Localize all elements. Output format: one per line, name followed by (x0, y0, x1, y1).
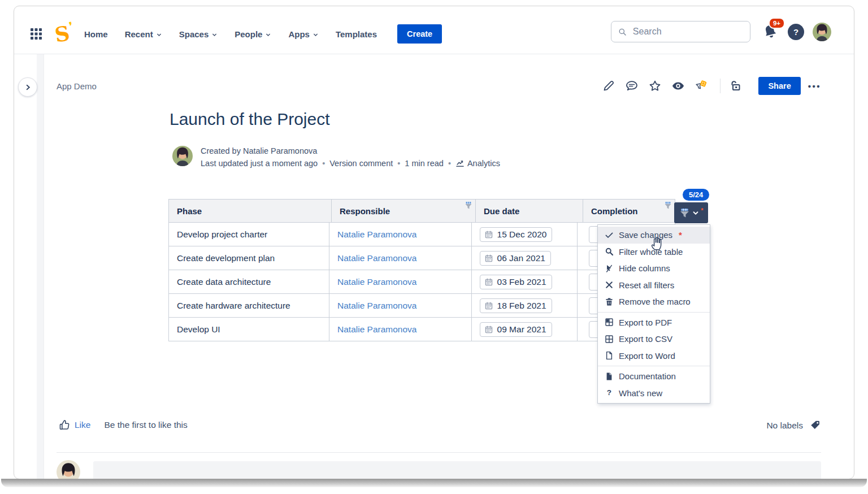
comment-icon[interactable] (625, 79, 639, 93)
column-header-label: Phase (177, 206, 202, 216)
phase-cell[interactable]: Develop UI (169, 318, 329, 341)
table-filter-app-icon[interactable] (695, 79, 708, 93)
menu-item-export-to-csv[interactable]: Export to CSV (598, 331, 710, 348)
menu-separator (598, 366, 710, 366)
nav-item-people[interactable]: People (235, 29, 271, 39)
create-button[interactable]: Create (397, 24, 442, 44)
column-filter-icon[interactable] (664, 201, 672, 210)
column-header-completion[interactable]: Completion (583, 200, 675, 222)
labels-row: No labels (766, 419, 821, 431)
like-button[interactable]: Like (75, 420, 90, 430)
nav-item-home[interactable]: Home (84, 29, 108, 39)
toolbar-divider (720, 79, 721, 93)
table-header-row: Phase Responsible Due date Completion (168, 199, 675, 223)
version-comment[interactable]: Version comment (329, 159, 393, 168)
nav-items: Home Recent Spaces People Apps Templates (84, 29, 377, 39)
phase-cell[interactable]: Create development plan (169, 246, 329, 270)
help-button[interactable]: ? (788, 24, 804, 40)
user-link[interactable]: Natalie Paramonova (337, 324, 416, 335)
avatar-image (813, 23, 831, 41)
menu-item-save-changes[interactable]: Save changes * (598, 227, 710, 244)
export-csv-icon (605, 335, 614, 344)
favourite-star-icon[interactable] (648, 79, 662, 93)
search-box[interactable] (611, 21, 750, 42)
unsaved-indicator: * (701, 207, 703, 214)
comment-input[interactable] (93, 461, 821, 479)
user-avatar[interactable] (813, 23, 831, 41)
menu-item-filter-whole-table[interactable]: Filter whole table (598, 244, 710, 261)
more-actions-button[interactable]: ••• (808, 81, 821, 91)
responsible-cell: Natalie Paramonova (329, 246, 471, 270)
thumbs-up-icon[interactable] (58, 419, 71, 431)
menu-item-hide-columns[interactable]: Hide columns (598, 260, 710, 277)
table-filter-menu-button[interactable]: * (674, 202, 708, 223)
export-word-icon (605, 351, 614, 360)
phase-text: Create data architecture (177, 277, 271, 287)
menu-item-whats-new[interactable]: ? What's new (598, 385, 710, 402)
date-text: 09 Mar 2021 (497, 324, 546, 335)
menu-item-label: Export to Word (619, 351, 675, 361)
menu-item-reset-all-filters[interactable]: Reset all filters (598, 277, 710, 294)
last-updated[interactable]: Last updated just a moment ago (201, 159, 318, 168)
like-row: Like Be the first to like this (58, 419, 188, 431)
date-picker-pill[interactable]: 06 Jan 2021 (480, 251, 551, 266)
date-picker-pill[interactable]: 15 Dec 2020 (480, 227, 553, 242)
search-input[interactable] (632, 26, 743, 37)
column-header-responsible[interactable]: Responsible (331, 200, 475, 222)
search-icon (605, 247, 614, 256)
author-avatar[interactable] (172, 146, 193, 166)
due-date-cell: 03 Feb 2021 (471, 270, 577, 293)
date-picker-pill[interactable]: 09 Mar 2021 (480, 322, 552, 337)
watch-eye-icon[interactable] (671, 79, 685, 93)
analytics-link[interactable]: Analytics (467, 159, 500, 168)
user-link[interactable]: Natalie Paramonova (337, 253, 416, 263)
user-link[interactable]: Natalie Paramonova (337, 301, 416, 311)
no-labels-text: No labels (766, 421, 803, 431)
phase-text: Develop UI (177, 324, 220, 335)
read-time: 1 min read (405, 159, 444, 168)
user-link[interactable]: Natalie Paramonova (337, 277, 416, 287)
menu-item-export-to-pdf[interactable]: Export to PDF (598, 314, 710, 331)
nav-item-recent[interactable]: Recent (125, 29, 162, 39)
column-header-due-date[interactable]: Due date (475, 200, 583, 222)
sidebar-rail (37, 54, 44, 479)
filter-funnel-icon (679, 207, 691, 219)
breadcrumb[interactable]: App Demo (57, 81, 97, 91)
menu-item-export-to-word[interactable]: Export to Word (598, 348, 710, 365)
phase-text: Create development plan (177, 253, 275, 263)
phase-cell[interactable]: Create data architecture (169, 270, 329, 293)
column-filter-icon[interactable] (465, 201, 472, 210)
footer-divider (57, 452, 821, 453)
calendar-icon (484, 230, 493, 239)
share-button[interactable]: Share (758, 77, 800, 95)
expand-sidebar-button[interactable] (18, 77, 37, 97)
calendar-icon (484, 254, 493, 263)
date-picker-pill[interactable]: 18 Feb 2021 (480, 298, 552, 313)
menu-item-remove-the-macro[interactable]: Remove the macro (598, 293, 710, 310)
date-text: 03 Feb 2021 (497, 277, 546, 287)
menu-item-label: What's new (619, 388, 662, 398)
user-link[interactable]: Natalie Paramonova (337, 229, 416, 240)
menu-item-label: Documentation (619, 371, 676, 381)
menu-item-documentation[interactable]: Documentation (598, 368, 710, 385)
commenter-avatar (57, 460, 80, 479)
responsible-cell: Natalie Paramonova (329, 223, 471, 246)
column-header-phase[interactable]: Phase (169, 200, 331, 222)
chevron-down-icon (692, 210, 699, 216)
phase-cell[interactable]: Create hardware architecture (169, 294, 329, 317)
nav-item-templates[interactable]: Templates (336, 29, 377, 39)
page-meta: Last updated just a moment ago•Version c… (201, 157, 500, 170)
notifications-button[interactable]: 9+ (761, 23, 779, 41)
nav-item-spaces[interactable]: Spaces (179, 29, 218, 39)
edit-icon[interactable] (602, 79, 615, 93)
date-picker-pill[interactable]: 03 Feb 2021 (480, 275, 552, 289)
phase-cell[interactable]: Develop project charter (169, 223, 329, 246)
window-shadow (1, 479, 867, 487)
documentation-icon (605, 372, 614, 381)
nav-item-apps[interactable]: Apps (288, 29, 319, 39)
app-switcher-icon[interactable] (30, 28, 42, 40)
nav-item-label: Recent (125, 29, 153, 39)
site-logo[interactable]: S (53, 23, 71, 45)
unlock-icon[interactable] (728, 79, 742, 93)
label-tag-icon[interactable] (809, 419, 821, 431)
